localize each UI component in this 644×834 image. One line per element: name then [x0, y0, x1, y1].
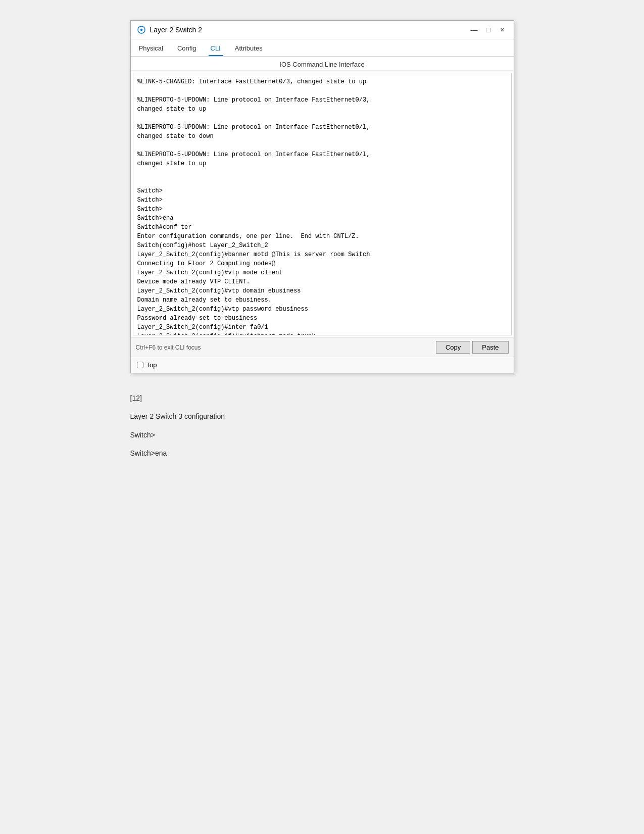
below-text-2: Layer 2 Switch 3 configuration	[130, 411, 514, 422]
cli-output[interactable]: %LINK-5-CHANGED: Interface FastEthernet0…	[133, 73, 512, 335]
tab-attributes[interactable]: Attributes	[233, 42, 265, 56]
below-text-3: Switch>	[130, 429, 514, 440]
window-controls: — □ ×	[469, 25, 508, 35]
below-text-1: [12]	[130, 393, 514, 404]
cli-buttons: Copy Paste	[436, 341, 509, 354]
tab-config[interactable]: Config	[175, 42, 199, 56]
title-bar: Layer 2 Switch 2 — □ ×	[131, 21, 514, 39]
below-item-3: Switch>	[130, 429, 514, 440]
tab-bar: Physical Config CLI Attributes	[131, 39, 514, 57]
copy-button[interactable]: Copy	[436, 341, 470, 354]
minimize-button[interactable]: —	[469, 25, 479, 35]
top-label: Top	[146, 361, 157, 369]
tab-cli[interactable]: CLI	[209, 42, 223, 56]
svg-point-1	[140, 29, 142, 31]
section-title: IOS Command Line Interface	[131, 57, 514, 71]
cli-footer: Ctrl+F6 to exit CLI focus Copy Paste	[131, 337, 514, 357]
window-footer: Top	[131, 357, 514, 373]
window-icon	[137, 25, 146, 34]
paste-button[interactable]: Paste	[472, 341, 508, 354]
title-bar-left: Layer 2 Switch 2	[137, 25, 203, 34]
below-text-4: Switch>ena	[130, 448, 514, 459]
below-item-1: [12]	[130, 393, 514, 404]
below-item-2: Layer 2 Switch 3 configuration	[130, 411, 514, 422]
tab-physical[interactable]: Physical	[137, 42, 165, 56]
maximize-button[interactable]: □	[483, 25, 493, 35]
top-checkbox-label[interactable]: Top	[137, 361, 157, 369]
cli-hint: Ctrl+F6 to exit CLI focus	[136, 344, 201, 351]
main-window: Layer 2 Switch 2 — □ × Physical Config C…	[130, 20, 514, 373]
close-button[interactable]: ×	[498, 25, 508, 35]
window-title: Layer 2 Switch 2	[150, 26, 203, 34]
below-item-4: Switch>ena	[130, 448, 514, 459]
below-content: [12] Layer 2 Switch 3 configuration Swit…	[130, 388, 514, 470]
top-checkbox[interactable]	[137, 362, 143, 368]
